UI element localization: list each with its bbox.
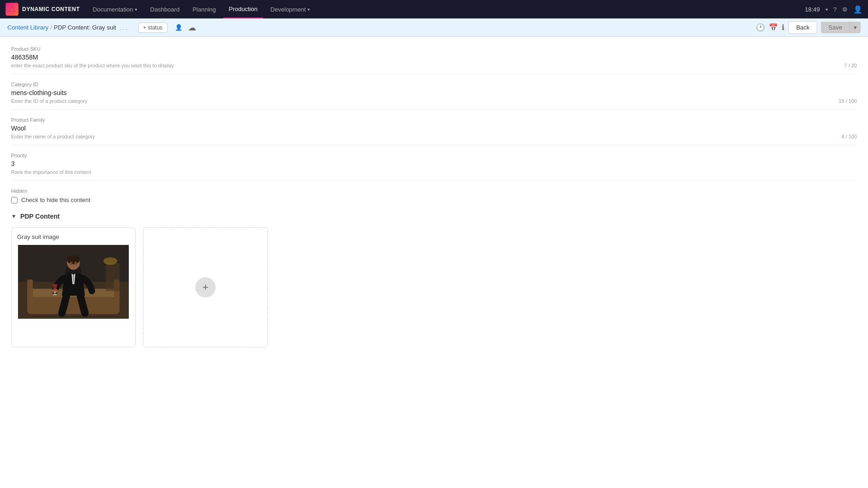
back-button[interactable]: Back	[788, 21, 817, 34]
svg-rect-16	[106, 263, 120, 291]
field-value-product-sku: 486358M	[11, 54, 857, 61]
section-chevron-icon: ▼	[11, 213, 17, 220]
sub-header-right: 🕐 📅 ℹ Back Save ▾	[756, 21, 861, 34]
save-button-group: Save ▾	[821, 22, 861, 33]
settings-icon[interactable]: ⚙	[842, 6, 848, 13]
card-image-container	[17, 245, 130, 319]
pdp-content-section-header[interactable]: ▼ PDP Content	[11, 213, 857, 220]
add-content-card[interactable]: +	[143, 227, 268, 347]
brand-name: DYNAMIC CONTENT	[22, 6, 80, 12]
hidden-field: Hidden Check to hide this content	[11, 188, 857, 203]
field-product-family: Product Family Wool Enter the name of a …	[11, 117, 857, 145]
profile-icon[interactable]: 👤	[853, 5, 862, 14]
field-counter-category-id: 19 / 100	[838, 98, 857, 104]
field-product-sku: Product SKU 486358M enter the exact prod…	[11, 46, 857, 74]
user-icon[interactable]: 👤	[175, 24, 182, 31]
save-button[interactable]: Save	[821, 22, 850, 33]
help-icon[interactable]: ?	[833, 6, 837, 13]
card-image-svg	[17, 245, 130, 319]
chevron-down-icon: ▾	[135, 7, 137, 12]
hidden-checkbox-label[interactable]: Check to hide this content	[21, 196, 90, 203]
field-priority: Priority 3 Rank the importance of this c…	[11, 153, 857, 181]
history-icon[interactable]: 🕐	[756, 23, 765, 32]
svg-rect-6	[27, 280, 33, 298]
nav-right: 18:49 ▾ ? ⚙ 👤	[805, 5, 862, 14]
field-label-priority: Priority	[11, 153, 857, 158]
hidden-checkbox[interactable]	[11, 197, 18, 203]
time-dropdown-icon[interactable]: ▾	[826, 7, 828, 12]
hidden-label: Hidden	[11, 188, 857, 194]
content-card-gray-suit: Gray suit image	[11, 227, 136, 347]
card-title: Gray suit image	[17, 233, 130, 240]
nav-item-documentation[interactable]: Documentation ▾	[87, 0, 143, 18]
brand-logo	[6, 3, 18, 16]
breadcrumb-separator: /	[50, 24, 52, 31]
field-label-product-sku: Product SKU	[11, 46, 857, 52]
field-hint-product-family: Enter the name of a product category 4 /…	[11, 134, 857, 139]
hidden-checkbox-row: Check to hide this content	[11, 196, 857, 203]
main-content: Product SKU 486358M enter the exact prod…	[0, 37, 868, 488]
field-value-priority: 3	[11, 160, 857, 167]
svg-point-10	[67, 255, 80, 264]
calendar-icon[interactable]: 📅	[769, 23, 778, 32]
brand: DYNAMIC CONTENT	[6, 3, 80, 16]
cloud-upload-icon[interactable]: ☁	[188, 23, 196, 33]
nav-time: 18:49	[805, 6, 820, 13]
svg-point-12	[74, 262, 77, 265]
pdp-cards-container: Gray suit image	[11, 227, 857, 347]
breadcrumb: Content Library / PDP Content: Gray suit	[7, 24, 116, 31]
nav-item-production[interactable]: Production	[223, 0, 263, 18]
field-hint-priority: Rank the importance of this content	[11, 169, 857, 175]
top-nav: DYNAMIC CONTENT Documentation ▾ Dashboar…	[0, 0, 868, 18]
chevron-down-icon: ▾	[307, 7, 310, 12]
svg-point-11	[70, 262, 72, 265]
field-category-id: Category ID mens-clothing-suits Enter th…	[11, 82, 857, 110]
nav-item-development[interactable]: Development ▾	[265, 0, 316, 18]
field-label-product-family: Product Family	[11, 117, 857, 123]
save-dropdown-button[interactable]: ▾	[850, 22, 861, 33]
plus-icon: +	[203, 281, 209, 293]
section-title-pdp: PDP Content	[20, 213, 60, 220]
breadcrumb-library-link[interactable]: Content Library	[7, 24, 48, 31]
info-icon[interactable]: ℹ	[782, 23, 784, 32]
sub-header: Content Library / PDP Content: Gray suit…	[0, 18, 868, 37]
field-value-product-family: Wool	[11, 125, 857, 132]
sub-header-icons: 👤 ☁	[175, 23, 196, 33]
field-hint-category-id: Enter the ID of a product category 19 / …	[11, 98, 857, 104]
nav-item-dashboard[interactable]: Dashboard	[145, 0, 185, 18]
nav-item-planning[interactable]: Planning	[187, 0, 222, 18]
svg-point-17	[103, 257, 117, 265]
add-button-circle: +	[195, 277, 216, 298]
field-label-category-id: Category ID	[11, 82, 857, 87]
breadcrumb-current: PDP Content: Gray suit	[54, 24, 116, 31]
field-counter-product-family: 4 / 100	[841, 134, 857, 139]
status-button[interactable]: + status	[138, 23, 168, 33]
field-value-category-id: mens-clothing-suits	[11, 89, 857, 96]
field-hint-product-sku: enter the exact product sku of the produ…	[11, 63, 857, 68]
field-counter-product-sku: 7 / 20	[844, 63, 857, 68]
more-options-icon[interactable]: ...	[120, 24, 128, 32]
